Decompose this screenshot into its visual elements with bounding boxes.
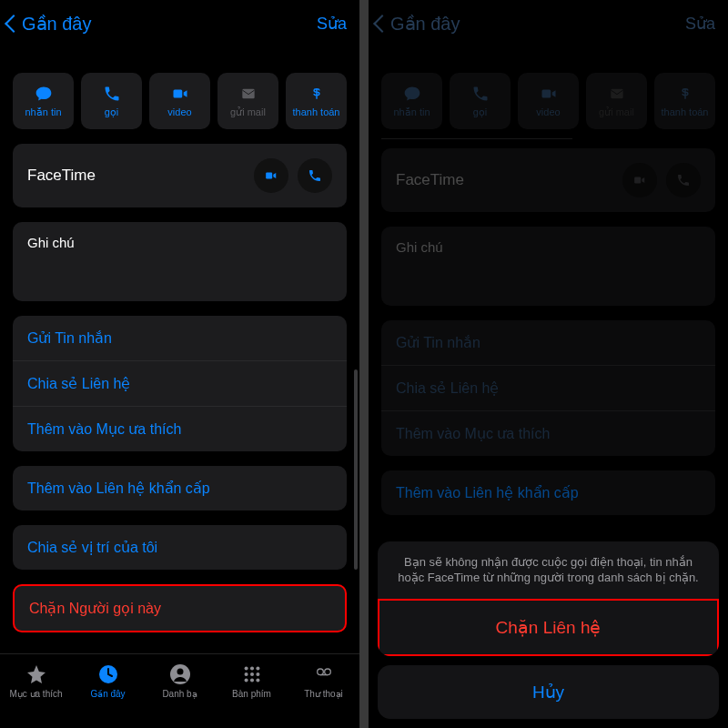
share-contact-cell[interactable]: Chia sẻ Liên hệ: [13, 360, 347, 406]
svg-point-6: [244, 667, 248, 671]
message-icon: [402, 85, 422, 103]
tab-favorites-label: Mục ưa thích: [9, 689, 62, 699]
back-label: Gần đây: [390, 13, 460, 35]
nav-bar: Gần đây Sửa: [0, 0, 359, 51]
video-button[interactable]: video: [149, 73, 210, 129]
voicemail-icon: [312, 663, 336, 685]
svg-point-15: [317, 669, 323, 675]
notes-card: Ghi chú: [381, 227, 715, 306]
tab-keypad[interactable]: Bàn phím: [216, 663, 288, 699]
block-group: Chặn Người gọi này: [13, 584, 347, 632]
notes-label: Ghi chú: [13, 222, 347, 301]
phone-icon: [102, 85, 122, 103]
pay-button: thanh toán: [654, 73, 715, 129]
tab-bar: Mục ưa thích Gần đây Danh bạ Bàn phím Th…: [0, 653, 359, 728]
svg-point-16: [324, 669, 330, 675]
facetime-audio-button[interactable]: [298, 158, 332, 193]
person-icon: [168, 663, 192, 685]
tab-voicemail[interactable]: Thư thoại: [288, 663, 359, 699]
svg-rect-1: [242, 88, 254, 98]
call-button[interactable]: gọi: [81, 73, 142, 129]
call-button: gọi: [450, 73, 511, 129]
notes-card[interactable]: Ghi chú: [13, 222, 347, 301]
block-caller-cell[interactable]: Chặn Người gọi này: [15, 586, 345, 631]
tab-contacts-label: Danh bạ: [162, 689, 197, 699]
mail-icon: [238, 85, 258, 103]
svg-point-12: [244, 678, 248, 682]
mail-icon: [607, 85, 627, 103]
add-favorite-cell[interactable]: Thêm vào Mục ưa thích: [13, 406, 347, 451]
svg-point-5: [177, 669, 183, 675]
share-contact-cell: Chia sẻ Liên hệ: [381, 365, 715, 410]
svg-point-14: [256, 678, 259, 682]
tab-favorites[interactable]: Mục ưa thích: [0, 663, 72, 699]
quick-actions: nhắn tin gọi video gửi mail thanh toán: [381, 73, 715, 129]
svg-point-13: [249, 678, 253, 682]
action-sheet: Bạn sẽ không nhận được cuộc gọi điện tho…: [378, 541, 719, 719]
svg-point-7: [249, 667, 253, 671]
facetime-card: FaceTime: [381, 148, 715, 212]
tab-keypad-label: Bàn phím: [232, 689, 271, 699]
chevron-left-icon: [373, 15, 391, 33]
pay-button[interactable]: thanh toán: [286, 73, 347, 129]
message-button[interactable]: nhắn tin: [13, 73, 74, 129]
mail-button: gửi mail: [586, 73, 647, 129]
svg-rect-18: [541, 90, 551, 98]
location-group: Chia sẻ vị trí của tôi: [13, 525, 347, 570]
back-button: Gần đây: [376, 13, 460, 35]
svg-rect-20: [634, 177, 641, 184]
send-message-cell[interactable]: Gửi Tin nhắn: [13, 316, 347, 360]
facetime-label: FaceTime: [396, 171, 613, 189]
facetime-audio-button: [666, 163, 701, 197]
svg-rect-2: [266, 173, 272, 179]
block-contact-button[interactable]: Chặn Liên hệ: [378, 599, 719, 656]
svg-point-9: [244, 672, 248, 676]
sheet-description: Bạn sẽ không nhận được cuộc gọi điện tho…: [378, 541, 719, 599]
share-location-cell[interactable]: Chia sẻ vị trí của tôi: [13, 525, 347, 570]
clock-icon: [96, 663, 120, 685]
message-button: nhắn tin: [381, 73, 442, 129]
actions-group-1: Gửi Tin nhắn Chia sẻ Liên hệ Thêm vào Mụ…: [381, 320, 715, 456]
dollar-icon: [675, 85, 695, 103]
back-label: Gần đây: [22, 13, 91, 35]
mail-button: gửi mail: [217, 73, 278, 129]
emergency-group: Thêm vào Liên hệ khẩn cấp: [381, 470, 715, 515]
back-button[interactable]: Gần đây: [7, 13, 91, 35]
add-emergency-cell: Thêm vào Liên hệ khẩn cấp: [381, 470, 715, 515]
message-label: nhắn tin: [25, 106, 61, 118]
tab-recents[interactable]: Gần đây: [72, 663, 144, 699]
add-favorite-cell: Thêm vào Mục ưa thích: [381, 410, 715, 456]
send-message-cell: Gửi Tin nhắn: [381, 320, 715, 365]
video-button: video: [518, 73, 579, 129]
add-emergency-cell[interactable]: Thêm vào Liên hệ khẩn cấp: [13, 466, 347, 511]
nav-bar: Gần đây Sửa: [369, 0, 728, 51]
svg-point-8: [256, 667, 259, 671]
mail-label: gửi mail: [230, 106, 266, 118]
screenshot-contact-card: Gần đây Sửa nhắn tin gọi video gửi mail: [0, 0, 359, 728]
facetime-video-button[interactable]: [254, 158, 288, 193]
tab-contacts[interactable]: Danh bạ: [144, 663, 216, 699]
svg-rect-19: [611, 88, 622, 98]
svg-point-11: [256, 672, 259, 676]
star-icon: [25, 663, 48, 685]
facetime-card: FaceTime: [13, 144, 347, 207]
tab-voicemail-label: Thư thoại: [304, 689, 343, 699]
facetime-video-button: [622, 163, 657, 197]
facetime-label: FaceTime: [27, 167, 245, 185]
video-icon: [539, 85, 559, 103]
screenshot-block-confirm: Gần đây Sửa nhắn tin gọi video gửi mail …: [369, 0, 728, 728]
notes-label: Ghi chú: [381, 227, 715, 306]
chevron-left-icon: [5, 15, 23, 33]
pay-label: thanh toán: [293, 106, 340, 117]
svg-rect-0: [173, 90, 182, 98]
svg-point-10: [249, 672, 253, 676]
edit-button[interactable]: Sửa: [317, 14, 347, 34]
video-icon: [170, 85, 190, 103]
scroll-indicator[interactable]: [354, 369, 358, 570]
edit-button: Sửa: [685, 14, 715, 34]
dollar-icon: [307, 85, 327, 103]
actions-group-1: Gửi Tin nhắn Chia sẻ Liên hệ Thêm vào Mụ…: [13, 316, 347, 451]
emergency-group: Thêm vào Liên hệ khẩn cấp: [13, 466, 347, 511]
phone-icon: [470, 85, 490, 103]
cancel-button[interactable]: Hủy: [378, 665, 719, 719]
